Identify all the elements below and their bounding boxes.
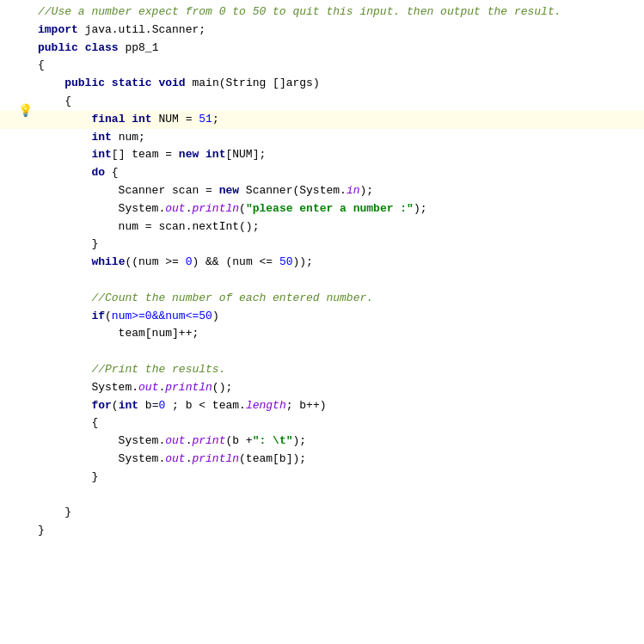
line-content-30: } [34,522,644,540]
code-token: [] team = [112,148,179,161]
code-token [38,148,91,161]
code-line-29: } [0,504,644,522]
code-token: length [246,399,286,412]
code-line-8: int num; [0,129,644,147]
code-line-7: 💡 final int NUM = 51; [0,111,644,129]
line-content-11: Scanner scan = new Scanner(System.in); [34,182,644,200]
code-line-9: int[] team = new int[NUM]; [0,146,644,164]
code-token: main(String []args) [186,77,320,89]
code-line-2: import java.util.Scanner; [0,21,644,40]
code-token: int [91,148,111,161]
code-line-21: //Print the results. [0,361,644,379]
line-content-18: if(num>=0&&num<=50) [34,308,644,326]
code-line-6: { [0,93,644,111]
code-token: out [165,434,185,447]
line-content-15: while((num >= 0) && (num <= 50)); [34,254,644,272]
code-token: ) [212,310,219,322]
code-line-3: public class pp8_1 [0,40,644,58]
code-editor: //Use a number expect from 0 to 50 to qu… [0,0,644,543]
code-token: void [158,77,185,89]
code-token: } [38,470,98,483]
code-token: java.util.Scanner; [78,23,205,36]
code-token: ": \t" [253,434,293,447]
code-token: //Count the number of each entered numbe… [91,291,373,304]
code-token: int [91,131,111,144]
code-token: ; b++) [286,399,327,412]
code-token: ); [414,202,427,215]
code-token: ((num >= [125,255,185,268]
code-token: new [219,184,239,197]
code-token: } [38,237,98,250]
code-token: System. [38,434,165,447]
line-content-28 [34,487,644,505]
code-line-26: System.out.println(team[b]); [0,451,644,469]
code-token: Scanner scan = [38,184,219,197]
code-token: num; [112,131,145,144]
line-content-12: System.out.println("please enter a numbe… [34,200,644,218]
code-line-27: } [0,469,644,487]
code-line-25: System.out.print(b +": \t"); [0,432,644,451]
line-content-2: import java.util.Scanner; [34,21,644,40]
code-token: (team[b]); [239,452,306,465]
code-token: public [64,77,105,89]
code-token: team[num]++; [38,327,199,340]
code-token: } [38,506,71,518]
code-token: ); [293,434,307,447]
code-token [38,166,91,179]
code-token: out [138,381,158,394]
code-token: int [205,148,225,161]
code-token: System. [38,202,165,215]
code-token [38,399,91,412]
code-line-1: //Use a number expect from 0 to 50 to qu… [0,3,644,21]
line-content-20 [34,343,644,361]
code-token: (); [212,381,232,394]
code-token: if [91,310,105,322]
code-line-23: for(int b=0 ; b < team.length; b++) [0,397,644,415]
code-token: } [38,524,45,537]
code-token [38,77,64,89]
code-token: System. [38,381,138,394]
code-token: int [119,399,138,412]
line-content-7: final int NUM = 51; [34,111,644,129]
code-line-15: while((num >= 0) && (num <= 50)); [0,254,644,272]
code-token [38,310,91,322]
code-line-30: } [0,522,644,540]
line-content-16 [34,272,644,290]
code-token: out [165,452,185,465]
line-content-23: for(int b=0 ; b < team.length; b++) [34,397,644,415]
code-token: NUM = [152,113,199,126]
code-token: for [91,399,111,412]
code-token [78,41,85,54]
code-token: ( [239,202,246,215]
line-content-29: } [34,504,644,522]
code-token [38,131,91,144]
code-line-24: { [0,414,644,432]
code-token [38,255,91,268]
code-token [38,363,91,376]
code-line-28 [0,487,644,505]
code-token: ; [212,113,219,126]
line-content-25: System.out.print(b +": \t"); [34,432,644,451]
lightbulb-icon[interactable]: 💡 [18,101,33,120]
code-token: [NUM]; [225,148,266,161]
line-content-1: //Use a number expect from 0 to 50 to qu… [34,3,644,21]
code-token: { [38,95,71,107]
code-token: ( [112,399,119,412]
code-line-22: System.out.println(); [0,379,644,397]
code-line-4: { [0,57,644,75]
code-line-11: Scanner scan = new Scanner(System.in); [0,182,644,200]
code-token: new [179,148,199,161]
code-token: { [38,416,98,429]
code-token: out [165,202,185,215]
code-token: Scanner(System. [239,184,347,197]
code-token: println [192,452,239,465]
code-line-10: do { [0,164,644,182]
code-line-12: System.out.println("please enter a numbe… [0,200,644,218]
code-token: in [347,184,360,197]
code-token: num = scan.nextInt(); [38,220,259,233]
code-token: 50 [279,255,293,268]
line-content-14: } [34,236,644,254]
code-line-5: public static void main(String []args) [0,75,644,93]
code-token: { [105,166,119,179]
code-token: ; b < team. [165,399,246,412]
